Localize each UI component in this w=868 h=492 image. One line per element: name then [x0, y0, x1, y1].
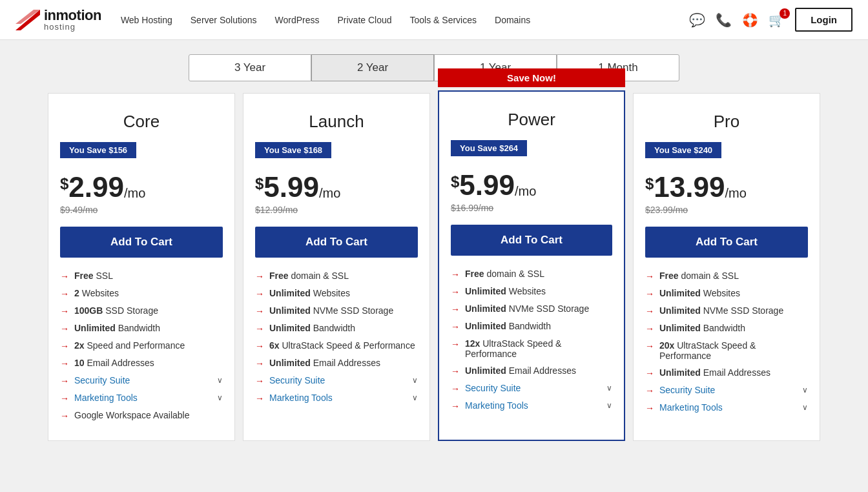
price-dollar: $ — [60, 175, 68, 193]
feature-bold: 12x — [465, 338, 480, 349]
arrow-icon: → — [60, 306, 69, 316]
expandable-feature[interactable]: Security Suite ∨ — [659, 385, 808, 395]
expandable-feature[interactable]: Marketing Tools ∨ — [465, 400, 612, 411]
nav-tools-services[interactable]: Tools & Services — [410, 15, 477, 25]
features-list: →Free domain & SSL →Unlimited Websites →… — [243, 258, 429, 404]
feature-text: 2 Websites — [74, 288, 119, 298]
arrow-icon: → — [255, 271, 264, 282]
feature-item: →20x UltraStack Speed & Performance — [645, 340, 808, 361]
arrow-icon: → — [60, 393, 69, 404]
feature-text: Unlimited NVMe SSD Storage — [269, 305, 393, 316]
expandable-feature[interactable]: Marketing Tools ∨ — [269, 393, 418, 403]
price-period: /mo — [515, 184, 536, 199]
billing-btn-3-year[interactable]: 3 Year — [189, 54, 311, 81]
feature-text: Unlimited Email Addresses — [659, 367, 770, 378]
arrow-icon: → — [255, 323, 264, 334]
feature-text: Unlimited Bandwidth — [74, 323, 160, 333]
add-to-cart-button[interactable]: Add To Cart — [255, 227, 418, 258]
arrow-icon: → — [451, 384, 460, 394]
arrow-icon: → — [645, 385, 654, 396]
chevron-down-icon: ∨ — [217, 393, 223, 402]
arrow-icon: → — [60, 271, 69, 282]
feature-text: Unlimited Websites — [465, 286, 546, 296]
nav-wordpress[interactable]: WordPress — [275, 15, 320, 25]
chevron-down-icon: ∨ — [606, 384, 612, 393]
billing-btn-2-year[interactable]: 2 Year — [311, 54, 434, 81]
plan-card-core: CoreYou Save $156 $ 2.99 /mo $9.49/mo Ad… — [48, 93, 235, 441]
cart-icon[interactable]: 🛒 1 — [769, 12, 785, 28]
logo[interactable]: inmotion hosting — [16, 8, 101, 31]
feature-text: Free domain & SSL — [269, 271, 349, 281]
plan-title: Pro — [634, 94, 820, 142]
add-to-cart-button[interactable]: Add To Cart — [645, 227, 808, 258]
svg-marker-0 — [16, 10, 40, 30]
feature-bold: 100GB — [74, 305, 103, 316]
help-icon[interactable]: 🛟 — [742, 12, 758, 28]
expandable-feature[interactable]: Marketing Tools ∨ — [659, 402, 808, 413]
add-to-cart-button[interactable]: Add To Cart — [60, 227, 223, 258]
price-original: $12.99/mo — [255, 205, 418, 215]
save-now-badge: Save Now! — [438, 68, 625, 87]
feature-bold: Unlimited — [269, 358, 311, 368]
feature-text: Free domain & SSL — [659, 271, 739, 281]
feature-item: →10 Email Addresses — [60, 358, 223, 369]
add-to-cart-button[interactable]: Add To Cart — [451, 225, 612, 256]
login-button[interactable]: Login — [795, 8, 852, 32]
feature-item: →Unlimited Websites — [645, 288, 808, 299]
chevron-down-icon: ∨ — [606, 401, 612, 410]
plan-title: Launch — [243, 94, 429, 142]
price-area: $ 5.99 /mo $12.99/mo — [243, 167, 429, 227]
feature-text: Unlimited Email Addresses — [465, 365, 576, 376]
feature-text: Unlimited NVMe SSD Storage — [659, 305, 783, 316]
chat-icon[interactable]: 💬 — [689, 12, 705, 28]
feature-item: → Security Suite ∨ — [255, 375, 418, 386]
price-area: $ 13.99 /mo $23.99/mo — [634, 167, 820, 227]
arrow-icon: → — [60, 411, 69, 421]
arrow-icon: → — [645, 341, 654, 351]
feature-item: →Unlimited Bandwidth — [255, 323, 418, 334]
arrow-icon: → — [645, 368, 654, 378]
feature-item: → Marketing Tools ∨ — [645, 402, 808, 413]
expandable-feature[interactable]: Marketing Tools ∨ — [74, 393, 223, 403]
feature-bold: Free — [269, 271, 289, 281]
chevron-down-icon: ∨ — [802, 403, 808, 412]
price-period: /mo — [319, 186, 340, 201]
feature-bold: Unlimited — [465, 321, 506, 331]
arrow-icon: → — [645, 323, 654, 334]
expandable-feature[interactable]: Security Suite ∨ — [74, 375, 223, 385]
arrow-icon: → — [255, 393, 264, 404]
nav-server-solutions[interactable]: Server Solutions — [191, 15, 257, 25]
feature-text: Free SSL — [74, 271, 113, 281]
feature-item: →Unlimited NVMe SSD Storage — [645, 305, 808, 316]
arrow-icon: → — [255, 289, 264, 299]
arrow-icon: → — [60, 376, 69, 386]
expandable-feature[interactable]: Security Suite ∨ — [465, 383, 612, 393]
feature-bold: Unlimited — [659, 367, 701, 378]
arrow-icon: → — [451, 287, 460, 297]
feature-item: → Marketing Tools ∨ — [451, 400, 612, 411]
arrow-icon: → — [451, 322, 460, 332]
nav-icons: 💬 📞 🛟 🛒 1 — [689, 12, 785, 28]
price-value: 13.99 — [654, 171, 725, 203]
logo-brand: inmotion — [44, 8, 101, 23]
feature-item: → Security Suite ∨ — [451, 383, 612, 394]
feature-text: Free domain & SSL — [465, 269, 544, 279]
nav-web-hosting[interactable]: Web Hosting — [121, 15, 172, 25]
price-dollar: $ — [255, 175, 264, 193]
phone-icon[interactable]: 📞 — [716, 12, 732, 28]
arrow-icon: → — [255, 376, 264, 386]
features-list: →Free domain & SSL →Unlimited Websites →… — [439, 256, 624, 411]
feature-bold: 2 — [74, 288, 79, 298]
nav-domains[interactable]: Domains — [495, 15, 530, 25]
logo-sub: hosting — [44, 23, 101, 31]
feature-bold: Unlimited — [269, 288, 311, 298]
feature-bold: 2x — [74, 340, 85, 351]
chevron-down-icon: ∨ — [217, 376, 223, 385]
nav-private-cloud[interactable]: Private Cloud — [337, 15, 391, 25]
price-value: 2.99 — [68, 171, 124, 203]
chevron-down-icon: ∨ — [412, 376, 418, 385]
feature-text: 10 Email Addresses — [74, 358, 154, 368]
plan-card-pro: ProYou Save $240 $ 13.99 /mo $23.99/mo A… — [633, 93, 820, 441]
expandable-feature[interactable]: Security Suite ∨ — [269, 375, 418, 385]
feature-bold: Unlimited — [74, 323, 116, 333]
